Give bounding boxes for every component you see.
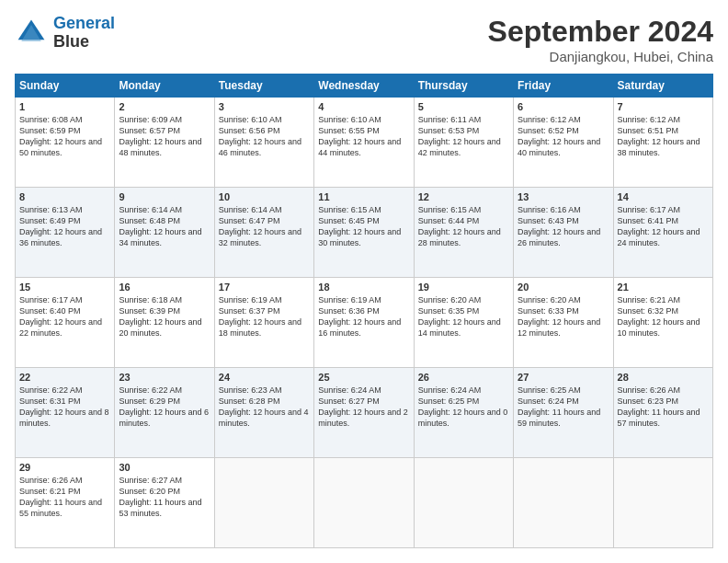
logo-line1: General bbox=[53, 14, 115, 32]
calendar-cell: 15 Sunrise: 6:17 AMSunset: 6:40 PMDaylig… bbox=[16, 278, 115, 368]
day-info: Sunrise: 6:15 AMSunset: 6:44 PMDaylight:… bbox=[418, 204, 509, 249]
calendar-week-4: 22 Sunrise: 6:22 AMSunset: 6:31 PMDaylig… bbox=[16, 368, 713, 458]
day-info: Sunrise: 6:26 AMSunset: 6:21 PMDaylight:… bbox=[19, 475, 110, 520]
day-number: 19 bbox=[418, 282, 509, 293]
day-number: 7 bbox=[618, 101, 709, 112]
day-info: Sunrise: 6:19 AMSunset: 6:37 PMDaylight:… bbox=[219, 294, 310, 339]
calendar-week-2: 8 Sunrise: 6:13 AMSunset: 6:49 PMDayligh… bbox=[16, 188, 713, 278]
day-number: 17 bbox=[219, 282, 310, 293]
day-number: 6 bbox=[518, 101, 609, 112]
calendar-cell: 12 Sunrise: 6:15 AMSunset: 6:44 PMDaylig… bbox=[414, 188, 513, 278]
calendar-header-wednesday: Wednesday bbox=[314, 75, 414, 98]
day-info: Sunrise: 6:17 AMSunset: 6:41 PMDaylight:… bbox=[618, 204, 709, 249]
calendar-cell: 8 Sunrise: 6:13 AMSunset: 6:49 PMDayligh… bbox=[16, 188, 115, 278]
calendar-header-sunday: Sunday bbox=[16, 75, 115, 98]
day-number: 27 bbox=[518, 372, 609, 383]
calendar-cell bbox=[314, 458, 414, 548]
calendar-cell bbox=[613, 458, 712, 548]
calendar-cell: 6 Sunrise: 6:12 AMSunset: 6:52 PMDayligh… bbox=[514, 98, 613, 188]
calendar-cell: 28 Sunrise: 6:26 AMSunset: 6:23 PMDaylig… bbox=[613, 368, 712, 458]
day-info: Sunrise: 6:20 AMSunset: 6:33 PMDaylight:… bbox=[518, 294, 609, 339]
day-number: 28 bbox=[618, 372, 709, 383]
day-number: 9 bbox=[119, 191, 210, 202]
logo-icon bbox=[15, 17, 48, 50]
day-info: Sunrise: 6:13 AMSunset: 6:49 PMDaylight:… bbox=[19, 204, 110, 249]
day-info: Sunrise: 6:20 AMSunset: 6:35 PMDaylight:… bbox=[418, 294, 509, 339]
day-number: 2 bbox=[119, 101, 210, 112]
calendar-cell bbox=[514, 458, 613, 548]
day-info: Sunrise: 6:17 AMSunset: 6:40 PMDaylight:… bbox=[19, 294, 110, 339]
calendar-cell: 14 Sunrise: 6:17 AMSunset: 6:41 PMDaylig… bbox=[613, 188, 712, 278]
calendar-cell: 23 Sunrise: 6:22 AMSunset: 6:29 PMDaylig… bbox=[115, 368, 214, 458]
calendar-cell: 10 Sunrise: 6:14 AMSunset: 6:47 PMDaylig… bbox=[214, 188, 313, 278]
day-number: 18 bbox=[318, 282, 409, 293]
day-info: Sunrise: 6:11 AMSunset: 6:53 PMDaylight:… bbox=[418, 114, 509, 159]
header: General Blue September 2024 Danjiangkou,… bbox=[15, 15, 713, 64]
calendar-cell: 30 Sunrise: 6:27 AMSunset: 6:20 PMDaylig… bbox=[115, 458, 214, 548]
day-info: Sunrise: 6:22 AMSunset: 6:29 PMDaylight:… bbox=[119, 385, 210, 430]
day-number: 23 bbox=[119, 372, 210, 383]
day-info: Sunrise: 6:14 AMSunset: 6:47 PMDaylight:… bbox=[219, 204, 310, 249]
day-number: 3 bbox=[219, 101, 310, 112]
day-info: Sunrise: 6:22 AMSunset: 6:31 PMDaylight:… bbox=[19, 385, 110, 430]
day-number: 14 bbox=[618, 191, 709, 202]
day-info: Sunrise: 6:15 AMSunset: 6:45 PMDaylight:… bbox=[318, 204, 409, 249]
day-info: Sunrise: 6:19 AMSunset: 6:36 PMDaylight:… bbox=[318, 294, 409, 339]
calendar-header-thursday: Thursday bbox=[414, 75, 513, 98]
day-info: Sunrise: 6:23 AMSunset: 6:28 PMDaylight:… bbox=[219, 385, 310, 430]
day-info: Sunrise: 6:16 AMSunset: 6:43 PMDaylight:… bbox=[518, 204, 609, 249]
calendar-week-3: 15 Sunrise: 6:17 AMSunset: 6:40 PMDaylig… bbox=[16, 278, 713, 368]
day-number: 20 bbox=[518, 282, 609, 293]
calendar-cell: 2 Sunrise: 6:09 AMSunset: 6:57 PMDayligh… bbox=[115, 98, 214, 188]
day-info: Sunrise: 6:24 AMSunset: 6:27 PMDaylight:… bbox=[318, 385, 409, 430]
day-number: 30 bbox=[119, 462, 210, 473]
calendar-cell: 26 Sunrise: 6:24 AMSunset: 6:25 PMDaylig… bbox=[414, 368, 513, 458]
calendar-cell: 22 Sunrise: 6:22 AMSunset: 6:31 PMDaylig… bbox=[16, 368, 115, 458]
calendar-cell: 16 Sunrise: 6:18 AMSunset: 6:39 PMDaylig… bbox=[115, 278, 214, 368]
day-info: Sunrise: 6:21 AMSunset: 6:32 PMDaylight:… bbox=[618, 294, 709, 339]
day-info: Sunrise: 6:12 AMSunset: 6:52 PMDaylight:… bbox=[518, 114, 609, 159]
day-info: Sunrise: 6:26 AMSunset: 6:23 PMDaylight:… bbox=[618, 385, 709, 430]
page: General Blue September 2024 Danjiangkou,… bbox=[0, 0, 728, 563]
calendar-cell: 4 Sunrise: 6:10 AMSunset: 6:55 PMDayligh… bbox=[314, 98, 414, 188]
calendar-cell bbox=[214, 458, 313, 548]
day-info: Sunrise: 6:10 AMSunset: 6:55 PMDaylight:… bbox=[318, 114, 409, 159]
calendar-cell: 18 Sunrise: 6:19 AMSunset: 6:36 PMDaylig… bbox=[314, 278, 414, 368]
day-number: 24 bbox=[219, 372, 310, 383]
calendar-header-row: SundayMondayTuesdayWednesdayThursdayFrid… bbox=[16, 75, 713, 98]
day-info: Sunrise: 6:27 AMSunset: 6:20 PMDaylight:… bbox=[119, 475, 210, 520]
calendar-cell: 9 Sunrise: 6:14 AMSunset: 6:48 PMDayligh… bbox=[115, 188, 214, 278]
calendar-cell: 19 Sunrise: 6:20 AMSunset: 6:35 PMDaylig… bbox=[414, 278, 513, 368]
month-title: September 2024 bbox=[488, 15, 713, 49]
calendar-week-5: 29 Sunrise: 6:26 AMSunset: 6:21 PMDaylig… bbox=[16, 458, 713, 548]
day-number: 25 bbox=[318, 372, 409, 383]
calendar-cell: 3 Sunrise: 6:10 AMSunset: 6:56 PMDayligh… bbox=[214, 98, 313, 188]
day-number: 22 bbox=[19, 372, 110, 383]
calendar-cell: 27 Sunrise: 6:25 AMSunset: 6:24 PMDaylig… bbox=[514, 368, 613, 458]
day-number: 4 bbox=[318, 101, 409, 112]
calendar: SundayMondayTuesdayWednesdayThursdayFrid… bbox=[15, 74, 713, 548]
day-number: 26 bbox=[418, 372, 509, 383]
calendar-cell: 5 Sunrise: 6:11 AMSunset: 6:53 PMDayligh… bbox=[414, 98, 513, 188]
calendar-cell: 25 Sunrise: 6:24 AMSunset: 6:27 PMDaylig… bbox=[314, 368, 414, 458]
calendar-cell: 20 Sunrise: 6:20 AMSunset: 6:33 PMDaylig… bbox=[514, 278, 613, 368]
day-number: 11 bbox=[318, 191, 409, 202]
day-number: 1 bbox=[19, 101, 110, 112]
location: Danjiangkou, Hubei, China bbox=[488, 49, 713, 64]
day-number: 12 bbox=[418, 191, 509, 202]
logo: General Blue bbox=[15, 15, 115, 52]
calendar-header-friday: Friday bbox=[514, 75, 613, 98]
calendar-cell: 1 Sunrise: 6:08 AMSunset: 6:59 PMDayligh… bbox=[16, 98, 115, 188]
title-block: September 2024 Danjiangkou, Hubei, China bbox=[488, 15, 713, 64]
calendar-week-1: 1 Sunrise: 6:08 AMSunset: 6:59 PMDayligh… bbox=[16, 98, 713, 188]
day-info: Sunrise: 6:25 AMSunset: 6:24 PMDaylight:… bbox=[518, 385, 609, 430]
day-info: Sunrise: 6:10 AMSunset: 6:56 PMDaylight:… bbox=[219, 114, 310, 159]
logo-line2: Blue bbox=[53, 33, 115, 52]
calendar-header-monday: Monday bbox=[115, 75, 214, 98]
day-info: Sunrise: 6:12 AMSunset: 6:51 PMDaylight:… bbox=[618, 114, 709, 159]
calendar-header-saturday: Saturday bbox=[613, 75, 712, 98]
day-number: 15 bbox=[19, 282, 110, 293]
calendar-cell: 21 Sunrise: 6:21 AMSunset: 6:32 PMDaylig… bbox=[613, 278, 712, 368]
day-info: Sunrise: 6:24 AMSunset: 6:25 PMDaylight:… bbox=[418, 385, 509, 430]
day-number: 16 bbox=[119, 282, 210, 293]
